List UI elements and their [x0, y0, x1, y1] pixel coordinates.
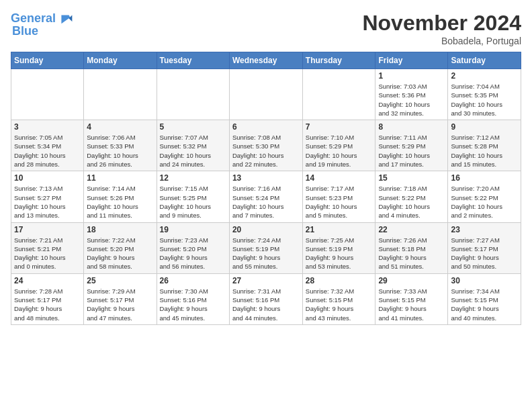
day-info: Sunrise: 7:24 AMSunset: 5:19 PMDaylight:…: [232, 236, 300, 271]
day-number: 8: [378, 122, 445, 132]
calendar-cell: 30Sunrise: 7:34 AMSunset: 5:15 PMDayligh…: [448, 273, 521, 324]
calendar-cell: 10Sunrise: 7:13 AMSunset: 5:27 PMDayligh…: [11, 171, 84, 222]
column-header-wednesday: Wednesday: [229, 52, 302, 69]
title-block: November 2024 Bobadela, Portugal: [362, 11, 521, 46]
day-info: Sunrise: 7:07 AMSunset: 5:32 PMDaylight:…: [160, 133, 226, 169]
day-info: Sunrise: 7:23 AMSunset: 5:20 PMDaylight:…: [160, 236, 226, 271]
day-info: Sunrise: 7:29 AMSunset: 5:17 PMDaylight:…: [87, 287, 153, 322]
column-header-thursday: Thursday: [302, 52, 375, 69]
calendar-cell: 5Sunrise: 7:07 AMSunset: 5:32 PMDaylight…: [157, 120, 229, 171]
day-number: 10: [14, 173, 81, 183]
day-number: 29: [378, 276, 445, 285]
day-info: Sunrise: 7:18 AMSunset: 5:22 PMDaylight:…: [378, 184, 445, 220]
column-header-saturday: Saturday: [448, 52, 521, 69]
day-number: 6: [232, 122, 300, 132]
calendar-week-4: 17Sunrise: 7:21 AMSunset: 5:21 PMDayligh…: [11, 222, 521, 273]
calendar-cell: 13Sunrise: 7:16 AMSunset: 5:24 PMDayligh…: [229, 171, 302, 222]
day-number: 16: [451, 173, 518, 183]
calendar-cell: 25Sunrise: 7:29 AMSunset: 5:17 PMDayligh…: [84, 273, 157, 324]
calendar-cell: 22Sunrise: 7:26 AMSunset: 5:18 PMDayligh…: [375, 222, 448, 273]
calendar-week-1: 1Sunrise: 7:03 AMSunset: 5:36 PMDaylight…: [11, 69, 521, 120]
column-header-tuesday: Tuesday: [157, 52, 229, 69]
day-number: 22: [378, 225, 445, 234]
day-number: 5: [160, 122, 226, 132]
calendar-cell: 17Sunrise: 7:21 AMSunset: 5:21 PMDayligh…: [11, 222, 84, 273]
day-info: Sunrise: 7:31 AMSunset: 5:16 PMDaylight:…: [232, 287, 300, 322]
calendar-cell: [11, 69, 84, 120]
day-number: 17: [14, 225, 81, 234]
calendar-table: SundayMondayTuesdayWednesdayThursdayFrid…: [11, 52, 521, 325]
day-info: Sunrise: 7:08 AMSunset: 5:30 PMDaylight:…: [232, 133, 300, 169]
location: Bobadela, Portugal: [362, 36, 521, 46]
day-number: 4: [87, 122, 153, 132]
day-number: 27: [232, 276, 300, 285]
page-header: General Blue November 2024 Bobadela, Por…: [11, 11, 521, 46]
calendar-cell: 2Sunrise: 7:04 AMSunset: 5:35 PMDaylight…: [448, 69, 521, 120]
calendar-week-2: 3Sunrise: 7:05 AMSunset: 5:34 PMDaylight…: [11, 120, 521, 171]
calendar-cell: 4Sunrise: 7:06 AMSunset: 5:33 PMDaylight…: [84, 120, 157, 171]
day-number: 30: [451, 276, 518, 285]
logo-blue: Blue: [12, 24, 38, 38]
day-info: Sunrise: 7:12 AMSunset: 5:28 PMDaylight:…: [451, 133, 518, 169]
day-number: 23: [451, 225, 518, 234]
calendar-cell: 20Sunrise: 7:24 AMSunset: 5:19 PMDayligh…: [229, 222, 302, 273]
calendar-cell: 6Sunrise: 7:08 AMSunset: 5:30 PMDaylight…: [229, 120, 302, 171]
day-info: Sunrise: 7:10 AMSunset: 5:29 PMDaylight:…: [306, 133, 373, 169]
day-info: Sunrise: 7:33 AMSunset: 5:15 PMDaylight:…: [378, 287, 445, 322]
day-number: 28: [306, 276, 373, 285]
calendar-cell: 27Sunrise: 7:31 AMSunset: 5:16 PMDayligh…: [229, 273, 302, 324]
day-info: Sunrise: 7:11 AMSunset: 5:29 PMDaylight:…: [378, 133, 445, 169]
calendar-cell: 16Sunrise: 7:20 AMSunset: 5:22 PMDayligh…: [448, 171, 521, 222]
day-info: Sunrise: 7:05 AMSunset: 5:34 PMDaylight:…: [14, 133, 81, 169]
calendar-cell: 7Sunrise: 7:10 AMSunset: 5:29 PMDaylight…: [302, 120, 375, 171]
day-info: Sunrise: 7:26 AMSunset: 5:18 PMDaylight:…: [378, 236, 445, 271]
calendar-cell: 21Sunrise: 7:25 AMSunset: 5:19 PMDayligh…: [302, 222, 375, 273]
calendar-cell: 28Sunrise: 7:32 AMSunset: 5:15 PMDayligh…: [302, 273, 375, 324]
column-header-sunday: Sunday: [11, 52, 84, 69]
calendar-cell: 8Sunrise: 7:11 AMSunset: 5:29 PMDaylight…: [375, 120, 448, 171]
day-info: Sunrise: 7:21 AMSunset: 5:21 PMDaylight:…: [14, 236, 81, 271]
day-number: 12: [160, 173, 226, 183]
day-number: 7: [306, 122, 373, 132]
calendar-cell: 3Sunrise: 7:05 AMSunset: 5:34 PMDaylight…: [11, 120, 84, 171]
day-info: Sunrise: 7:25 AMSunset: 5:19 PMDaylight:…: [306, 236, 373, 271]
day-info: Sunrise: 7:06 AMSunset: 5:33 PMDaylight:…: [87, 133, 153, 169]
calendar-week-5: 24Sunrise: 7:28 AMSunset: 5:17 PMDayligh…: [11, 273, 521, 324]
day-info: Sunrise: 7:34 AMSunset: 5:15 PMDaylight:…: [451, 287, 518, 322]
day-info: Sunrise: 7:17 AMSunset: 5:23 PMDaylight:…: [306, 184, 373, 220]
day-number: 11: [87, 173, 153, 183]
day-info: Sunrise: 7:04 AMSunset: 5:35 PMDaylight:…: [451, 82, 518, 118]
calendar-cell: [302, 69, 375, 120]
day-number: 18: [87, 225, 153, 234]
calendar-cell: 23Sunrise: 7:27 AMSunset: 5:17 PMDayligh…: [448, 222, 521, 273]
day-number: 14: [306, 173, 373, 183]
day-info: Sunrise: 7:22 AMSunset: 5:20 PMDaylight:…: [87, 236, 153, 271]
calendar-cell: [157, 69, 229, 120]
day-number: 9: [451, 122, 518, 132]
day-info: Sunrise: 7:13 AMSunset: 5:27 PMDaylight:…: [14, 184, 81, 220]
calendar-cell: 24Sunrise: 7:28 AMSunset: 5:17 PMDayligh…: [11, 273, 84, 324]
day-info: Sunrise: 7:03 AMSunset: 5:36 PMDaylight:…: [378, 82, 445, 118]
logo-icon: [57, 11, 73, 27]
day-info: Sunrise: 7:32 AMSunset: 5:15 PMDaylight:…: [306, 287, 373, 322]
column-header-monday: Monday: [84, 52, 157, 69]
calendar-cell: [229, 69, 302, 120]
calendar-cell: 12Sunrise: 7:15 AMSunset: 5:25 PMDayligh…: [157, 171, 229, 222]
calendar-cell: 29Sunrise: 7:33 AMSunset: 5:15 PMDayligh…: [375, 273, 448, 324]
calendar-cell: 1Sunrise: 7:03 AMSunset: 5:36 PMDaylight…: [375, 69, 448, 120]
calendar-cell: 9Sunrise: 7:12 AMSunset: 5:28 PMDaylight…: [448, 120, 521, 171]
calendar-cell: 11Sunrise: 7:14 AMSunset: 5:26 PMDayligh…: [84, 171, 157, 222]
day-number: 3: [14, 122, 81, 132]
month-title: November 2024: [362, 11, 521, 36]
day-number: 2: [451, 71, 518, 81]
day-info: Sunrise: 7:20 AMSunset: 5:22 PMDaylight:…: [451, 184, 518, 220]
calendar-cell: 19Sunrise: 7:23 AMSunset: 5:20 PMDayligh…: [157, 222, 229, 273]
day-info: Sunrise: 7:16 AMSunset: 5:24 PMDaylight:…: [232, 184, 300, 220]
day-number: 19: [160, 225, 226, 234]
logo-text: General: [11, 12, 56, 26]
day-info: Sunrise: 7:27 AMSunset: 5:17 PMDaylight:…: [451, 236, 518, 271]
day-info: Sunrise: 7:14 AMSunset: 5:26 PMDaylight:…: [87, 184, 153, 220]
day-info: Sunrise: 7:15 AMSunset: 5:25 PMDaylight:…: [160, 184, 226, 220]
day-number: 13: [232, 173, 300, 183]
calendar-cell: 15Sunrise: 7:18 AMSunset: 5:22 PMDayligh…: [375, 171, 448, 222]
